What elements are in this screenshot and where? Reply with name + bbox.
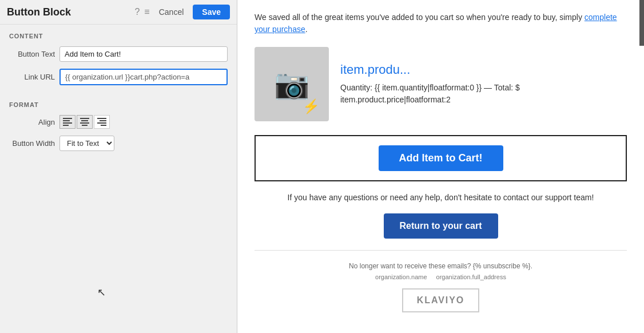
right-panel: We saved all of the great items you've a… [237,0,644,333]
svg-rect-1 [63,120,70,121]
scrollbar[interactable] [639,0,644,46]
panel-header: Button Block ? ≡ Cancel Save [0,0,237,25]
klaviyo-text: KLAVIYO [402,288,479,312]
svg-rect-2 [63,122,72,124]
save-button[interactable]: Save [193,5,230,19]
left-panel: Button Block ? ≡ Cancel Save CONTENT But… [0,0,237,333]
product-meta: Quantity: {{ item.quantity|floatformat:0… [340,82,627,106]
return-to-cart-button[interactable]: Return to your cart [384,213,498,239]
klaviyo-badge: KLAVIYO [255,288,627,322]
align-buttons [59,115,110,129]
lightning-icon: ⚡ [303,98,320,114]
intro-suffix: . [305,25,308,34]
link-url-label: Link URL [9,73,55,81]
link-url-row: Link URL [0,65,237,89]
button-width-label: Button Width [9,139,55,148]
menu-icon[interactable]: ≡ [144,7,149,17]
svg-rect-0 [63,118,72,119]
product-row: 📷 ⚡ item.produ... Quantity: {{ item.quan… [255,47,627,121]
divider [255,250,627,251]
svg-rect-3 [63,125,69,126]
product-image: 📷 ⚡ [255,47,329,121]
svg-rect-11 [101,125,106,126]
svg-rect-9 [100,120,106,121]
align-left-button[interactable] [59,115,75,129]
cursor-indicator: ↖ [97,286,106,299]
email-content: We saved all of the great items you've a… [237,0,644,322]
button-text-row: Button Text [0,43,237,65]
button-text-input[interactable] [59,46,228,62]
footer-org-name: organization.name [375,273,427,280]
svg-rect-4 [80,118,89,119]
svg-rect-8 [97,118,106,119]
support-text: If you have any questions or need any he… [255,193,627,202]
button-text-label: Button Text [9,50,55,58]
link-url-input[interactable] [59,69,228,85]
intro-prefix: We saved all of the great items you've a… [255,13,582,22]
svg-rect-5 [81,120,88,121]
footer-unsubscribe: No longer want to receive these emails? … [255,256,627,273]
content-section-label: CONTENT [0,25,237,43]
footer-org-address: organization.full_address [436,273,506,280]
help-icon[interactable]: ? [134,7,140,17]
panel-title: Button Block [7,6,130,18]
format-section-label: FORMAT [0,93,237,112]
svg-rect-7 [82,125,88,126]
format-section: FORMAT Align [0,93,237,154]
svg-rect-10 [97,122,106,124]
product-info: item.produ... Quantity: {{ item.quantity… [340,62,627,106]
add-to-cart-wrapper: Add Item to Cart! [255,135,627,181]
align-label: Align [9,118,55,126]
svg-rect-6 [80,122,89,124]
product-title: item.produ... [340,62,627,77]
cancel-button[interactable]: Cancel [154,5,189,19]
footer-org: organization.name organization.full_addr… [255,273,627,288]
add-to-cart-button[interactable]: Add Item to Cart! [379,145,503,171]
align-row: Align [0,112,237,132]
camera-icon: 📷 [274,68,309,101]
button-width-select[interactable]: Fit to Text Full Width [59,136,114,151]
intro-text: We saved all of the great items you've a… [255,11,627,35]
align-center-button[interactable] [77,115,93,129]
align-right-button[interactable] [94,115,110,129]
button-width-row: Button Width Fit to Text Full Width [0,132,237,154]
